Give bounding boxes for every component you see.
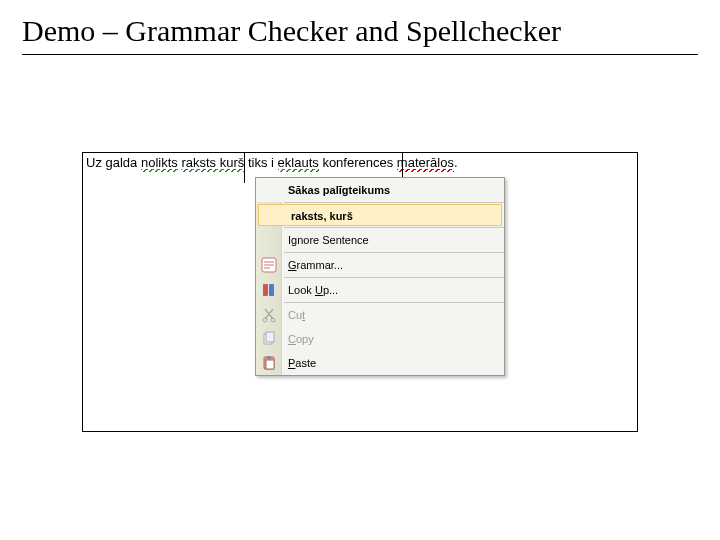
word: konferences: [322, 155, 393, 172]
menu-cut: Cut: [256, 303, 504, 327]
menu-copy: Copy: [256, 327, 504, 351]
svg-rect-6: [266, 332, 274, 342]
lookup-icon: [261, 282, 277, 298]
menu-paste[interactable]: Paste: [256, 351, 504, 375]
svg-rect-8: [266, 360, 274, 369]
grammar-icon: [261, 257, 277, 273]
word-grammar-error[interactable]: eklauts: [278, 155, 319, 172]
slide-title: Demo – Grammar Checker and Spellchecker: [0, 0, 720, 54]
svg-rect-9: [267, 356, 271, 359]
paste-icon: [261, 355, 277, 371]
menu-grammar[interactable]: Grammar...: [256, 253, 504, 277]
cut-icon: [261, 307, 277, 323]
word: galda: [106, 155, 138, 172]
document-screenshot: Uz galda nolikts raksts kurš tiks i ekla…: [82, 152, 638, 432]
copy-icon: [261, 331, 277, 347]
menu-ignore-sentence[interactable]: Ignore Sentence: [256, 228, 504, 252]
title-underline: [22, 54, 698, 55]
svg-rect-1: [263, 284, 268, 296]
menu-suggestion[interactable]: raksts, kurš: [258, 204, 502, 226]
sample-sentence: Uz galda nolikts raksts kurš tiks i ekla…: [86, 155, 458, 172]
text-caret: [244, 153, 245, 183]
word: tiks: [248, 155, 268, 172]
period: .: [454, 155, 458, 172]
svg-rect-2: [269, 284, 274, 296]
menu-header: Sākas palīgteikums: [256, 178, 504, 202]
word: i: [271, 155, 274, 172]
context-menu: Sākas palīgteikums raksts, kurš Ignore S…: [255, 177, 505, 376]
word-grammar-error[interactable]: nolikts: [141, 155, 178, 172]
word: Uz: [86, 155, 102, 172]
word-spelling-error[interactable]: materālos: [397, 155, 454, 172]
menu-separator: [284, 202, 504, 203]
word-grammar-error[interactable]: raksts kurš: [181, 155, 244, 172]
menu-lookup[interactable]: Look Up...: [256, 278, 504, 302]
